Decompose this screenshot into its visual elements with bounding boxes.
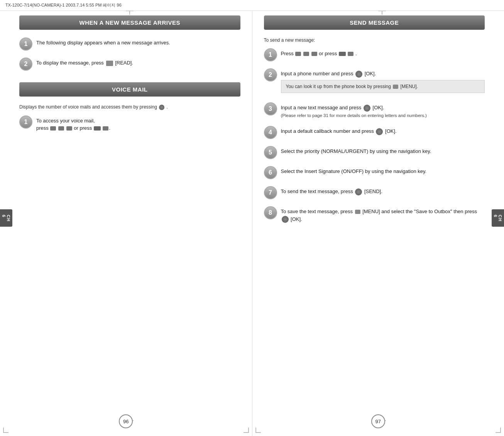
send-step-1-text: Press or press . (281, 48, 485, 58)
phone-icon-4 (94, 126, 101, 131)
voice-mail-intro: Displays the number of voice mails and a… (19, 104, 240, 110)
step3-sub: (Please refer to page 31 for more detail… (281, 112, 485, 119)
corner-bl-r (255, 428, 261, 433)
send-step-4-text: Input a default callback number and pres… (281, 126, 485, 135)
ok-icon-7 (355, 188, 362, 195)
voice-mail-header: VOICE MAIL (19, 82, 240, 97)
send-circle-1: 1 (264, 48, 277, 61)
send-step-7: 7 To send the text message, press [SEND]… (264, 186, 485, 199)
send-step-5-text: Select the priority (NORMAL/URGENT) by u… (281, 146, 485, 155)
send-step-7-text: To send the text message, press [SEND]. (281, 186, 485, 195)
voice-step-1: 1 To access your voice mail, press or pr… (19, 115, 240, 132)
send-intro: To send a new message: (264, 37, 485, 43)
corner-br-r (496, 428, 501, 433)
ch-badge-left: CH6 (0, 209, 12, 227)
send-step-2-text: Input a phone number and press [OK]. You… (281, 68, 485, 95)
send-step-2: 2 Input a phone number and press [OK]. Y… (264, 68, 485, 95)
send-step-8: 8 To save the text message, press [MENU]… (264, 206, 485, 223)
menu-icon-8 (355, 210, 360, 214)
step-2-left: 2 To display the message, press [READ]. (19, 58, 240, 71)
top-bar-text: TX-120C-7/14(NO-CAMERA)-1 2003.7.14 5:55… (5, 3, 122, 7)
send-circle-6: 6 (264, 166, 277, 179)
phone-icon-2 (58, 126, 64, 131)
send-circle-5: 5 (264, 146, 277, 159)
step-1-left: 1 The following display appears when a n… (19, 37, 240, 51)
send-step-3-text: Input a new text message and press [OK].… (281, 102, 485, 119)
send-circle-2: 2 (264, 68, 277, 81)
ch-badge-right: CH6 (492, 209, 504, 227)
s1-icon1 (295, 52, 301, 56)
s1-icon4 (339, 52, 346, 56)
page-num-right: 97 (371, 414, 385, 428)
send-step-6-text: Select the Insert Signature (ON/OFF) by … (281, 166, 485, 175)
ok-icon-4 (376, 128, 383, 135)
step-circle-1: 1 (19, 37, 32, 51)
s1-icon2 (303, 52, 309, 56)
ok-icon-3 (364, 105, 370, 112)
send-step-6: 6 Select the Insert Signature (ON/OFF) b… (264, 166, 485, 179)
voice-mail-section: VOICE MAIL Displays the number of voice … (19, 82, 240, 132)
voice-circle-1: 1 (19, 115, 32, 129)
send-circle-7: 7 (264, 186, 277, 199)
page-num-left: 96 (119, 414, 133, 428)
menu-icon-2 (393, 85, 398, 89)
ok-icon-2 (355, 71, 362, 78)
menu-icon-read (106, 61, 113, 66)
send-message-header: SEND MESSAGE (264, 15, 485, 30)
step-1-text: The following display appears when a new… (36, 37, 240, 47)
send-step-4: 4 Input a default callback number and pr… (264, 126, 485, 139)
section1-header: WHEN A NEW MESSAGE ARRIVES (19, 15, 240, 30)
note-box-step2: You can look it up from the phone book b… (281, 80, 485, 93)
voicemail-icon (159, 105, 164, 110)
ok-icon-8 (282, 216, 289, 223)
svg-rect-0 (106, 61, 113, 66)
send-step-1: 1 Press or press . (264, 48, 485, 61)
phone-icon-1 (50, 126, 56, 131)
phone-icon-3 (66, 126, 72, 131)
s1-icon3 (311, 52, 317, 56)
phone-icon-5 (103, 126, 108, 131)
send-circle-3: 3 (264, 102, 277, 115)
voice-step-1-text: To access your voice mail, press or pres… (36, 115, 240, 132)
corner-bl (3, 428, 8, 433)
step-2-text: To display the message, press [READ]. (36, 58, 240, 67)
s1-icon5 (348, 52, 353, 56)
send-circle-8: 8 (264, 206, 277, 219)
send-step-5: 5 Select the priority (NORMAL/URGENT) by… (264, 146, 485, 159)
corner-br (244, 428, 249, 433)
send-step-8-text: To save the text message, press [MENU] a… (281, 206, 485, 223)
send-circle-4: 4 (264, 126, 277, 139)
send-step-3: 3 Input a new text message and press [OK… (264, 102, 485, 119)
step-circle-2: 2 (19, 58, 32, 71)
